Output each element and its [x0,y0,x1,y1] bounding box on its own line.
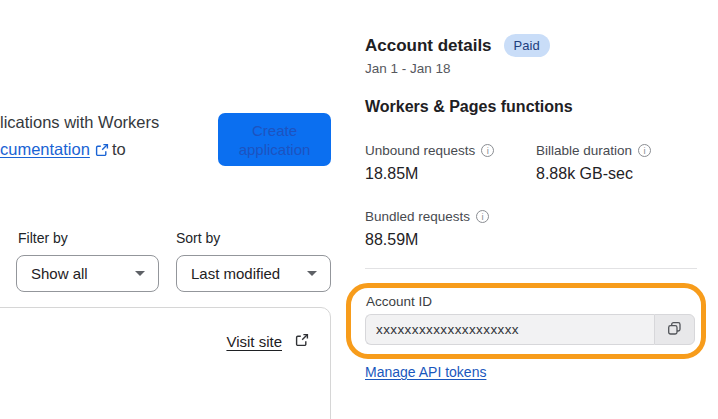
manage-api-tokens-link[interactable]: Manage API tokens [365,364,486,380]
chevron-down-icon [307,271,317,276]
copy-icon [667,321,682,339]
external-link-icon [95,138,109,165]
visit-site-label: Visit site [226,333,282,350]
paid-status-badge: Paid [504,34,550,57]
chevron-down-icon [135,271,145,276]
copy-account-id-button[interactable] [654,314,695,345]
account-id-input[interactable] [365,314,654,345]
sort-dropdown[interactable]: Last modified [176,255,331,292]
info-icon[interactable]: i [476,210,489,223]
filter-dropdown-value: Show all [31,265,88,282]
sort-by-label: Sort by [176,230,220,246]
metric-value: 18.85M [365,165,494,183]
external-link-icon [295,333,309,350]
metric-bundled-requests: Bundled requests i 88.59M [365,209,489,249]
intro-text: lications with Workers cumentationto [0,109,159,165]
page-title: Account details [365,36,492,56]
visit-site-link[interactable]: Visit site [226,333,312,350]
info-icon[interactable]: i [481,144,494,157]
metric-unbound-requests: Unbound requests i 18.85M [365,143,494,183]
metric-value: 88.59M [365,231,489,249]
create-application-button[interactable]: Create application [218,113,331,166]
metric-billable-duration: Billable duration i 8.88k GB-sec [536,143,651,183]
account-id-label: Account ID [366,294,432,309]
filter-dropdown[interactable]: Show all [16,255,159,292]
filter-by-label: Filter by [18,230,68,246]
account-id-field-group [365,314,695,345]
intro-line-2: cumentationto [0,136,159,165]
intro-after-link: to [112,140,126,158]
sort-dropdown-value: Last modified [191,265,280,282]
metric-label: Billable duration [536,143,632,158]
metric-value: 8.88k GB-sec [536,165,651,183]
workers-pages-dashboard: lications with Workers cumentationto Cre… [0,0,718,419]
date-range: Jan 1 - Jan 18 [365,61,451,76]
section-title: Workers & Pages functions [365,98,573,116]
info-icon[interactable]: i [638,144,651,157]
metric-label: Unbound requests [365,143,475,158]
account-details-header: Account details Paid [365,34,550,57]
section-divider [365,268,697,269]
metric-label: Bundled requests [365,209,470,224]
intro-line-1: lications with Workers [0,109,159,136]
project-card: Visit site [0,307,331,419]
documentation-link[interactable]: cumentation [0,140,90,158]
